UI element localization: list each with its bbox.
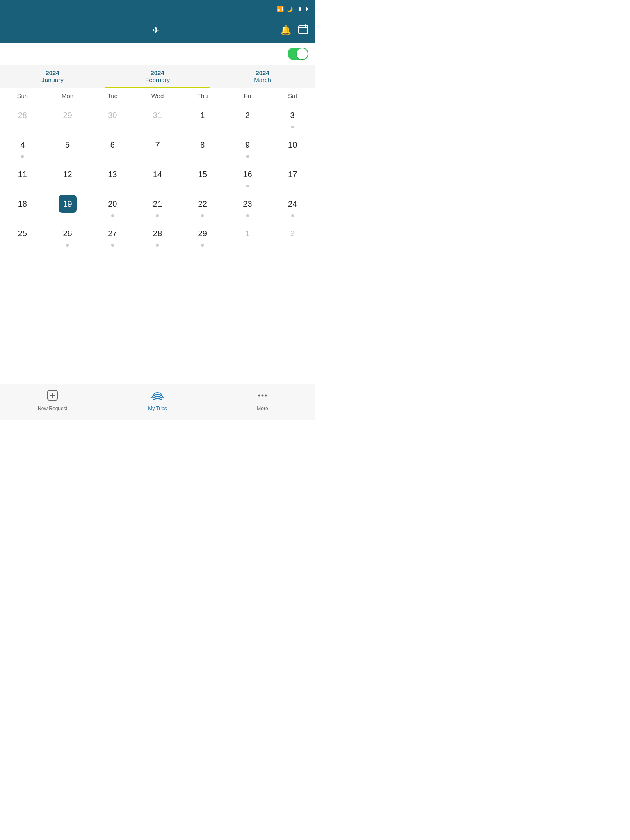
calendar-cell[interactable]: 2 (270, 220, 315, 250)
day-number: 6 (103, 136, 121, 154)
day-number: 1 (238, 224, 256, 242)
day-number: 31 (148, 106, 167, 124)
calendar-cell[interactable]: 20 (90, 191, 135, 220)
battery-icon (298, 7, 308, 11)
calendar-cell[interactable]: 27 (90, 220, 135, 250)
calendar-cell[interactable]: 14 (135, 161, 180, 191)
day-number: 13 (103, 165, 121, 183)
header-sun: Sun (0, 92, 45, 99)
calendar-cell[interactable]: 6 (90, 132, 135, 161)
header-sat: Sat (270, 92, 315, 99)
toggle-row (0, 43, 315, 65)
day-number: 2 (238, 106, 256, 124)
status-bar: 📶 🌙 (0, 0, 315, 18)
calendar-cell[interactable]: 24 (270, 191, 315, 220)
header-wed: Wed (135, 92, 180, 99)
calendar-grid: 2829303112345678910111213141516171819202… (0, 102, 315, 250)
calendar-cell[interactable]: 11 (0, 161, 45, 191)
calendar-cell[interactable]: 12 (45, 161, 90, 191)
day-number: 17 (283, 165, 301, 183)
svg-rect-0 (299, 25, 308, 34)
notification-icon[interactable]: 🔔 (280, 25, 291, 36)
february-year: 2024 (151, 69, 164, 76)
tab-february[interactable]: 2024 February (105, 65, 210, 88)
calendar-cell[interactable]: 7 (135, 132, 180, 161)
day-number: 9 (238, 136, 256, 154)
calendar-cell[interactable]: 18 (0, 191, 45, 220)
day-number: 27 (103, 224, 121, 242)
day-number: 14 (148, 165, 167, 183)
march-label: March (254, 76, 271, 83)
app-logo: ✈ (153, 25, 163, 35)
calendar-cell[interactable]: 3 (270, 102, 315, 132)
day-number: 4 (14, 136, 32, 154)
nav-my-trips[interactable]: My Trips (105, 384, 210, 420)
new-request-icon (47, 390, 58, 404)
event-dot (291, 126, 294, 128)
tab-january[interactable]: 2024 January (0, 65, 105, 88)
calendar-cell[interactable]: 1 (180, 102, 225, 132)
day-number: 12 (59, 165, 77, 183)
day-number: 23 (238, 195, 256, 213)
calendar-cell[interactable]: 23 (225, 191, 270, 220)
calendar-cell[interactable]: 21 (135, 191, 180, 220)
day-number: 3 (283, 106, 301, 124)
calendar-icon[interactable] (298, 24, 308, 37)
event-dot (201, 244, 204, 247)
nav-new-request[interactable]: New Request (0, 384, 105, 420)
svg-point-12 (262, 395, 264, 397)
calendar-cell[interactable]: 15 (180, 161, 225, 191)
logo-bird-icon: ✈ (153, 25, 160, 35)
calendar-cell[interactable]: 25 (0, 220, 45, 250)
day-number: 16 (238, 165, 256, 183)
day-number: 21 (148, 195, 167, 213)
calendar-cell[interactable]: 4 (0, 132, 45, 161)
calendar-cell[interactable]: 13 (90, 161, 135, 191)
wifi-icon: 📶 (277, 6, 284, 12)
calendar-cell[interactable]: 22 (180, 191, 225, 220)
day-number: 11 (14, 165, 32, 183)
header-thu: Thu (180, 92, 225, 99)
event-dot (291, 214, 294, 217)
new-request-label: New Request (38, 406, 67, 411)
calendar-cell[interactable]: 5 (45, 132, 90, 161)
day-number: 19 (59, 195, 77, 213)
calendar-cell[interactable]: 16 (225, 161, 270, 191)
day-number: 2 (283, 224, 301, 242)
calendar-cell[interactable]: 26 (45, 220, 90, 250)
day-headers: Sun Mon Tue Wed Thu Fri Sat (0, 88, 315, 102)
day-number: 29 (194, 224, 212, 242)
january-year: 2024 (46, 69, 59, 76)
calendar-cell[interactable]: 30 (90, 102, 135, 132)
calendar-cell[interactable]: 10 (270, 132, 315, 161)
day-number: 29 (59, 106, 77, 124)
day-number: 8 (194, 136, 212, 154)
calendar-cell[interactable]: 9 (225, 132, 270, 161)
calendar-cell[interactable]: 31 (135, 102, 180, 132)
show-cancelled-toggle[interactable] (288, 48, 308, 60)
header-fri: Fri (225, 92, 270, 99)
tab-march[interactable]: 2024 March (210, 65, 315, 88)
more-icon (257, 390, 268, 404)
calendar-cell[interactable]: 1 (225, 220, 270, 250)
january-label: January (41, 76, 63, 83)
nav-more[interactable]: More (210, 384, 315, 420)
day-number: 15 (194, 165, 212, 183)
event-dot (21, 155, 24, 158)
calendar-cell[interactable]: 2 (225, 102, 270, 132)
app-header: ✈ 🔔 (0, 18, 315, 43)
calendar-cell[interactable]: 17 (270, 161, 315, 191)
event-dot (66, 244, 69, 247)
status-time-date (7, 6, 8, 13)
calendar-cell[interactable]: 8 (180, 132, 225, 161)
calendar-cell[interactable]: 29 (45, 102, 90, 132)
header-mon: Mon (45, 92, 90, 99)
calendar-cell[interactable]: 29 (180, 220, 225, 250)
day-number: 10 (283, 136, 301, 154)
header-tue: Tue (90, 92, 135, 99)
calendar-cell[interactable]: 19 (45, 191, 90, 220)
calendar-cell[interactable]: 28 (135, 220, 180, 250)
calendar-cell[interactable]: 28 (0, 102, 45, 132)
my-trips-icon (151, 390, 164, 404)
day-number: 5 (59, 136, 77, 154)
